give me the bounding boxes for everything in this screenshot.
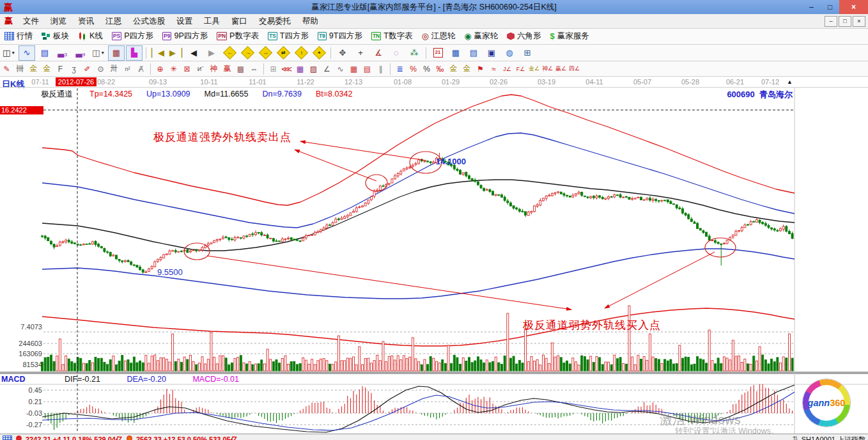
compress-horizontal-button[interactable]: ⇄ — [275, 45, 291, 61]
menu-item-帮助[interactable]: 帮助 — [297, 15, 324, 28]
toolbar-button-sectors[interactable]: 板块 — [37, 29, 74, 43]
n-wave-button[interactable]: И˝ — [194, 63, 207, 75]
bars-9-button[interactable]: ▃₉ — [72, 45, 89, 61]
percent-drop-button[interactable]: % — [407, 63, 420, 75]
menu-item-公式选股[interactable]: 公式选股 — [127, 15, 171, 28]
speed-fan-button[interactable]: ⋘ — [280, 63, 293, 75]
export-chart-button[interactable]: ◍ — [501, 45, 518, 61]
index-quote-1[interactable]: 2242.21 +4.11 0.18% 529.04亿 — [26, 435, 123, 440]
toolbar-button-quotes[interactable]: 行情 — [0, 29, 37, 43]
pen-red-button[interactable]: ✎ — [0, 63, 13, 75]
trend-angle-button[interactable]: ∠ — [320, 63, 334, 75]
bars-3-button[interactable]: ▃₃ — [54, 45, 71, 61]
shen-angle-button[interactable]: 神∠ — [541, 63, 554, 75]
child-close-button[interactable]: × — [853, 16, 865, 27]
scroll-up-icon[interactable]: ▲ — [787, 79, 793, 85]
toolbar-button-kline[interactable]: K线 — [74, 29, 107, 43]
gold-divider-2-button[interactable]: 金 — [40, 63, 54, 75]
toolbar-button-9p-square[interactable]: P99P四方形 — [158, 29, 212, 43]
percent-lines-button[interactable]: ‰ — [433, 63, 447, 75]
menu-item-窗口[interactable]: 窗口 — [226, 15, 253, 28]
flag-candle-button[interactable]: ⚑ — [474, 63, 487, 75]
shen-tool-button[interactable]: 神 — [207, 63, 221, 75]
close-button[interactable]: × — [839, 0, 868, 14]
time-circle-button[interactable]: ⊙ — [94, 63, 107, 75]
toolbar-button-t-square[interactable]: TST四方形 — [263, 29, 313, 43]
gold-divider-button[interactable]: 金 — [27, 63, 40, 75]
gold-angle-button[interactable]: 金∠ — [527, 63, 541, 75]
crosshair-tool-button[interactable]: + — [352, 45, 369, 61]
window-box-button[interactable]: ⊞ — [267, 63, 280, 75]
menu-item-浏览[interactable]: 浏览 — [45, 15, 72, 28]
pen-red-2-button[interactable]: ✐ — [81, 63, 94, 75]
shift-right-button[interactable]: → — [239, 45, 256, 61]
width-arrows-button[interactable]: ⇔ — [247, 63, 261, 75]
dark-grid-button[interactable]: ▨ — [307, 63, 320, 75]
toolbar-button-winner-service[interactable]: $赢家服务 — [546, 29, 594, 43]
child-minimize-button[interactable]: – — [825, 16, 837, 27]
toolbar-button-p-square[interactable]: PSP四方形 — [107, 29, 158, 43]
shift-left-button[interactable]: ← — [221, 45, 238, 61]
percent-button[interactable]: % — [420, 63, 433, 75]
expand-vertical-button[interactable]: ↕ — [293, 45, 309, 61]
first-page-button[interactable]: ▏◀ — [150, 45, 166, 61]
parallel-lines-button[interactable]: ∥ — [374, 63, 387, 75]
toolbar-button-gann-wheel[interactable]: ◎江恩轮 — [417, 29, 460, 43]
calculator-button[interactable]: ▦ — [447, 45, 464, 61]
indicator-name[interactable]: 极反通道 — [41, 90, 73, 98]
toolbar-button-9t-square[interactable]: T99T四方形 — [313, 29, 367, 43]
scale-ticks-button[interactable]: ≣ — [393, 63, 407, 75]
angle-a-button[interactable]: Ⱥ — [134, 63, 148, 75]
dense-grid-button[interactable]: ▩ — [234, 63, 247, 75]
toolbar-button-p-number-table[interactable]: PNP数字表 — [212, 29, 263, 43]
macd-label[interactable]: MACD — [1, 375, 26, 384]
purple-grid-button[interactable]: ▦ — [293, 63, 307, 75]
chart-area[interactable]: 日K线 07-112012-07-2608-2209-1310-1111-011… — [0, 77, 868, 434]
gann-circle-button[interactable]: ⊕ — [153, 63, 167, 75]
red-grid-2-button[interactable]: ▤ — [360, 63, 374, 75]
ying-tool-button[interactable]: 赢 — [221, 63, 234, 75]
minimize-button[interactable]: – — [802, 0, 821, 14]
period-selector-button[interactable]: ◫▼ — [90, 45, 107, 61]
menu-item-资讯[interactable]: 资讯 — [72, 15, 100, 28]
hand-tool-button[interactable]: ✥ — [334, 45, 351, 61]
square-of-n-button[interactable]: n² — [121, 63, 134, 75]
gann-ruler-button[interactable]: 卌 — [13, 63, 27, 75]
print-button[interactable]: ⊞ — [519, 45, 536, 61]
expand-horizontal-button[interactable]: ↔ — [257, 45, 274, 61]
toolbar-button-hexagon[interactable]: 六角形 — [502, 29, 546, 43]
gold-circle-button[interactable]: 金 — [447, 63, 460, 75]
volume-profile-button[interactable]: ▙ — [126, 45, 143, 61]
shapes-tool-button[interactable]: ⁂ — [406, 45, 422, 61]
toolbar-button-winner-wheel[interactable]: ◉赢家轮 — [460, 29, 502, 43]
overlay-curve-button[interactable]: ∿ — [19, 45, 35, 61]
spiral-button[interactable]: ʒ — [67, 63, 81, 75]
menu-item-设置[interactable]: 设置 — [171, 15, 198, 28]
gann-star-button[interactable]: ✳ — [167, 63, 180, 75]
last-page-button[interactable]: ▶▕ — [167, 45, 184, 61]
chart-style-selector-button[interactable]: ◫▼ — [1, 45, 17, 61]
restore-button[interactable]: □ — [821, 0, 839, 14]
red-grid-button[interactable]: ▦ — [347, 63, 360, 75]
j-angle-button[interactable]: J∠ — [500, 63, 514, 75]
angle-tool-button[interactable]: ∡ — [370, 45, 387, 61]
child-restore-button[interactable]: □ — [839, 16, 851, 27]
menu-item-工具[interactable]: 工具 — [198, 15, 226, 28]
region-tool-button[interactable]: ◌ — [388, 45, 405, 61]
toolbar-button-t-number-table[interactable]: TNT数字表 — [367, 29, 417, 43]
si-angle-button[interactable]: 四∠ — [568, 63, 581, 75]
step-back-button[interactable]: ◀ — [185, 45, 202, 61]
zigzag-wave-button[interactable]: ∿ — [334, 63, 347, 75]
menu-item-江恩[interactable]: 江恩 — [100, 15, 127, 28]
wave-a-button[interactable]: ≈ — [487, 63, 500, 75]
info-panel-button[interactable]: ▤ — [36, 45, 53, 61]
ying-angle-button[interactable]: 赢∠ — [554, 63, 568, 75]
gold-bars-button[interactable]: 金 — [460, 63, 474, 75]
index-quote-2[interactable]: 2562.33 +12.53 0.50% 533.05亿 — [136, 435, 238, 440]
status-index-label[interactable]: SH1A0001 上证指数 — [802, 435, 865, 440]
gann-ruler-2-button[interactable]: 卅 — [107, 63, 121, 75]
calendar-button[interactable]: 21 — [430, 45, 446, 61]
step-forward-button[interactable]: ▶ — [203, 45, 220, 61]
f-angle-button[interactable]: F∠ — [514, 63, 527, 75]
menu-item-交易委托[interactable]: 交易委托 — [253, 15, 297, 28]
